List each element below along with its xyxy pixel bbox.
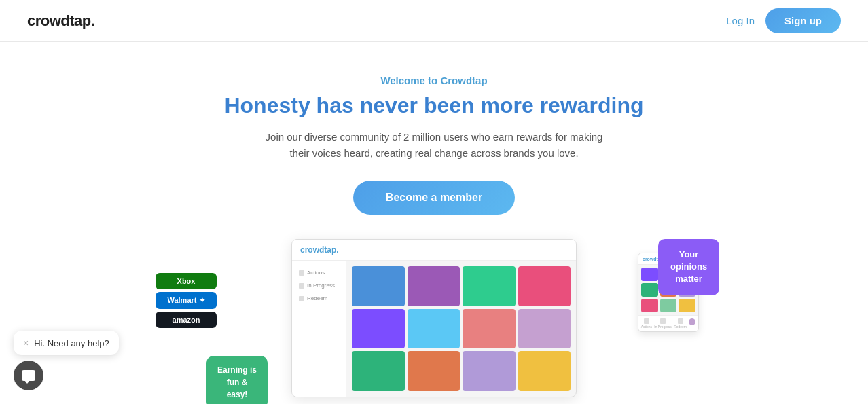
color-tile: [518, 351, 571, 391]
sidebar-inprogress-icon: [299, 283, 304, 289]
mobile-footer: Actions In Progress Redeem: [638, 315, 698, 331]
color-tile: [641, 268, 658, 281]
sidebar-mock-actions: Actions: [296, 266, 342, 279]
mobile-footer-actions: Actions: [641, 318, 652, 329]
color-tile: [518, 266, 571, 306]
chat-close-button[interactable]: ×: [23, 337, 29, 348]
chat-widget: × Hi. Need any help?: [14, 331, 119, 390]
mockup-topbar: crowdtap.: [292, 240, 576, 261]
mobile-inprogress-label: In Progress: [654, 325, 672, 329]
earning-card: Earning is fun & easy!: [206, 356, 268, 404]
color-tile: [352, 266, 405, 306]
mockup-brand: crowdtap.: [300, 245, 339, 255]
color-tile: [660, 299, 677, 312]
mobile-footer-profile: [689, 318, 695, 329]
hero-description: Join our diverse community of 2 million …: [257, 129, 611, 162]
sidebar-redeem-label: Redeem: [307, 295, 327, 301]
mobile-actions-label: Actions: [641, 325, 652, 329]
preview-area: crowdtap. Actions In Progress Redeem: [128, 239, 740, 404]
sidebar-mock-redeem: Redeem: [296, 292, 342, 305]
mockup-body: Actions In Progress Redeem: [292, 261, 576, 397]
opinions-card: Your opinions matter: [658, 239, 719, 295]
mobile-footer-redeem: Redeem: [674, 318, 687, 329]
become-member-button[interactable]: Become a member: [353, 181, 515, 215]
chat-open-button[interactable]: [14, 361, 43, 390]
color-tile: [679, 299, 695, 312]
color-tile: [463, 351, 516, 391]
header: crowdtap. Log In Sign up: [0, 0, 868, 42]
amazon-card: amazon: [156, 312, 217, 328]
color-tile: [408, 266, 460, 306]
brand-cards: Xbox Walmart ✦ amazon: [156, 273, 217, 328]
desktop-mockup: crowdtap. Actions In Progress Redeem: [291, 239, 577, 397]
sidebar-inprogress-label: In Progress: [307, 282, 335, 289]
chat-greeting-text: Hi. Need any help?: [34, 338, 109, 348]
nav-actions: Log In Sign up: [726, 8, 841, 33]
xbox-card: Xbox: [156, 273, 217, 289]
color-tile: [352, 309, 405, 349]
color-tile: [518, 309, 571, 349]
chat-bubble-icon: [22, 370, 35, 381]
color-tile: [352, 351, 405, 391]
sidebar-actions-icon: [299, 270, 304, 276]
signup-button[interactable]: Sign up: [765, 8, 841, 33]
color-tile: [408, 309, 460, 349]
mobile-actions-icon: [644, 318, 649, 324]
color-tile: [463, 309, 516, 349]
mobile-redeem-icon: [678, 318, 683, 324]
mobile-avatar-icon: [689, 318, 695, 325]
color-tile: [641, 283, 658, 297]
hero-subtitle: Welcome to Crowdtap: [14, 75, 854, 86]
sidebar-redeem-icon: [299, 296, 304, 301]
color-tile: [641, 299, 658, 312]
walmart-card: Walmart ✦: [156, 292, 217, 309]
hero-section: Welcome to Crowdtap Honesty has never be…: [0, 42, 868, 239]
color-tile: [408, 351, 460, 391]
hero-title: Honesty has never been more rewarding: [14, 93, 854, 118]
color-tile: [463, 266, 516, 306]
mockup-color-grid: [346, 261, 576, 397]
logo: crowdtap.: [27, 12, 94, 30]
sidebar-mock-inprogress: In Progress: [296, 279, 342, 292]
mobile-footer-inprogress: In Progress: [654, 318, 672, 329]
mobile-redeem-label: Redeem: [674, 325, 687, 329]
mobile-inprogress-icon: [660, 318, 666, 324]
chat-greeting-bubble: × Hi. Need any help?: [14, 331, 119, 355]
mockup-sidebar: Actions In Progress Redeem: [292, 261, 346, 397]
login-button[interactable]: Log In: [726, 15, 755, 26]
sidebar-actions-label: Actions: [307, 270, 325, 276]
